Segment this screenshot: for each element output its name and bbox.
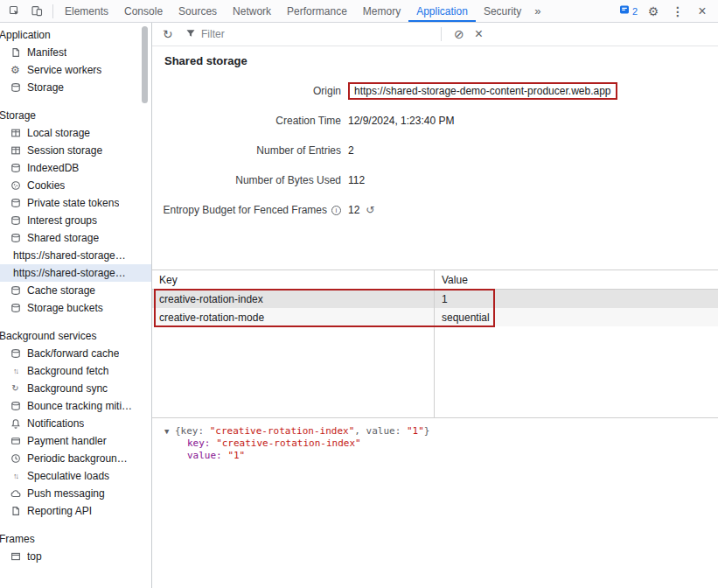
tab-network[interactable]: Network	[225, 0, 279, 22]
sidebar-item-push-messaging[interactable]: Push messaging	[0, 485, 151, 502]
object-preview-summary[interactable]: {key: "creative-rotation-index", value: …	[175, 425, 429, 437]
column-header-value[interactable]: Value	[435, 270, 718, 289]
sidebar-item-cache-storage[interactable]: Cache storage	[0, 282, 151, 299]
up-down-arrows-icon: ↑↓	[10, 366, 21, 377]
tab-memory[interactable]: Memory	[355, 0, 408, 22]
sidebar-item-background-fetch[interactable]: ↑↓ Background fetch	[0, 362, 151, 380]
cookie-icon	[10, 180, 21, 192]
section-header-background-services[interactable]: Background services	[0, 327, 151, 345]
refresh-icon[interactable]: ↻	[163, 27, 178, 41]
tab-console[interactable]: Console	[116, 0, 171, 22]
page-title: Shared storage	[164, 54, 718, 67]
section-background-services: Background services Back/forward cache ↑…	[0, 327, 151, 520]
section-header-storage[interactable]: Storage	[0, 107, 151, 124]
delete-all-icon[interactable]: ⊘	[454, 27, 464, 41]
sidebar-item-periodic-background-sync[interactable]: Periodic backgroun…	[0, 450, 151, 467]
settings-gear-icon[interactable]: ⚙	[645, 3, 662, 20]
database-icon	[10, 285, 21, 297]
inspect-element-icon[interactable]	[5, 3, 23, 20]
field-label: Creation Time	[152, 115, 341, 127]
table-row[interactable]: creative-rotation-index 1	[152, 290, 718, 308]
object-property-value: value: "1"	[164, 450, 718, 462]
sidebar-item-background-sync[interactable]: ↻ Background sync	[0, 380, 151, 397]
sidebar-item-reporting-api[interactable]: Reporting API	[0, 502, 151, 520]
sidebar-item-cookies[interactable]: Cookies	[0, 177, 151, 194]
row-value: sequential	[435, 308, 718, 326]
section-header-frames[interactable]: Frames	[0, 530, 151, 548]
sidebar-item-notifications[interactable]: Notifications	[0, 415, 151, 432]
info-icon[interactable]: i	[331, 206, 341, 215]
application-sidebar: Application Manifest ⚙ Service workers S…	[0, 23, 152, 588]
sidebar-item-payment-handler[interactable]: Payment handler	[0, 432, 151, 450]
section-frames: Frames top	[0, 530, 151, 565]
sidebar-item-indexeddb[interactable]: IndexedDB	[0, 159, 151, 177]
table-grid-icon	[10, 145, 21, 157]
console-messages-badge[interactable]: 2	[619, 4, 638, 18]
sidebar-item-shared-storage[interactable]: Shared storage	[0, 229, 151, 247]
close-panel-icon[interactable]: ×	[475, 26, 483, 42]
grid-empty-area	[152, 326, 718, 418]
row-key: creative-rotation-mode	[152, 308, 435, 326]
sync-arrows-icon: ↻	[10, 383, 21, 395]
sidebar-item-manifest[interactable]: Manifest	[0, 44, 151, 61]
messages-icon	[619, 4, 630, 18]
close-devtools-icon[interactable]: ×	[694, 3, 711, 20]
filter-input[interactable]	[201, 28, 411, 40]
row-value: 1	[435, 290, 718, 308]
sidebar-item-bounce-tracking-mitigations[interactable]: Bounce tracking miti…	[0, 397, 151, 415]
sidebar-item-storage[interactable]: Storage	[0, 79, 151, 96]
sidebar-item-back-forward-cache[interactable]: Back/forward cache	[0, 345, 151, 362]
section-storage: Storage Local storage Session storage In…	[0, 107, 151, 317]
sidebar-item-shared-storage-origin-1[interactable]: https://shared-storage…	[0, 247, 151, 264]
up-down-arrows-icon: ↑↓	[10, 471, 21, 482]
tab-application[interactable]: Application	[408, 0, 476, 22]
expand-triangle-icon[interactable]: ▼	[164, 425, 175, 438]
field-entropy-budget: Entropy Budget for Fenced Frames i 12 ↺	[152, 195, 718, 225]
sidebar-item-interest-groups[interactable]: Interest groups	[0, 212, 151, 229]
more-tabs-button[interactable]: »	[529, 0, 546, 22]
table-row[interactable]: creative-rotation-mode sequential	[152, 308, 718, 326]
tabbar-separator	[52, 4, 53, 18]
bell-icon	[10, 418, 21, 430]
kebab-menu-icon[interactable]: ⋮	[669, 3, 687, 20]
document-icon	[10, 47, 21, 59]
filter-funnel-icon	[185, 28, 196, 41]
sidebar-item-service-workers[interactable]: ⚙ Service workers	[0, 61, 151, 79]
bytes-used-value: 112	[348, 174, 365, 186]
annotation-box-origin: https://shared-storage-demo-content-prod…	[348, 82, 617, 100]
sidebar-item-private-state-tokens[interactable]: Private state tokens	[0, 194, 151, 212]
section-header-application[interactable]: Application	[0, 26, 151, 44]
sidebar-scrollbar-thumb[interactable]	[142, 26, 148, 103]
database-icon	[10, 303, 21, 314]
database-icon	[10, 82, 21, 94]
object-property-key: key: "creative-rotation-index"	[164, 438, 718, 450]
sidebar-item-session-storage[interactable]: Session storage	[0, 142, 151, 159]
tabbar-right-icons: 2 ⚙ ⋮ ×	[619, 0, 718, 22]
cloud-icon	[10, 488, 21, 500]
payment-card-icon	[10, 436, 21, 447]
panel-toolbar: ↻ ⊘ ×	[152, 23, 718, 46]
tab-elements[interactable]: Elements	[57, 0, 116, 22]
messages-count: 2	[632, 6, 638, 17]
sidebar-item-shared-storage-origin-2[interactable]: https://shared-storage…	[0, 264, 151, 282]
sidebar-item-local-storage[interactable]: Local storage	[0, 124, 151, 142]
tab-sources[interactable]: Sources	[171, 0, 225, 22]
toolbar-divider	[441, 27, 442, 41]
reset-budget-icon[interactable]: ↺	[366, 204, 374, 216]
sidebar-item-top-frame[interactable]: top	[0, 548, 151, 565]
panel-content: Shared storage Origin https://shared-sto…	[152, 46, 718, 588]
field-label: Number of Entries	[152, 144, 341, 157]
tabbar-left-icons	[0, 0, 49, 22]
field-bytes-used: Number of Bytes Used 112	[152, 165, 718, 195]
device-toolbar-icon[interactable]	[28, 3, 45, 20]
tab-security[interactable]: Security	[476, 0, 529, 22]
field-label: Number of Bytes Used	[152, 174, 341, 186]
creation-time-value: 12/9/2024, 1:23:40 PM	[348, 115, 454, 127]
sidebar-item-speculative-loads[interactable]: ↑↓ Speculative loads	[0, 467, 151, 485]
column-header-key[interactable]: Key	[152, 270, 435, 289]
tab-performance[interactable]: Performance	[279, 0, 355, 22]
entry-preview-pane: ▼{key: "creative-rotation-index", value:…	[152, 418, 718, 588]
field-label: Origin	[152, 85, 341, 97]
sidebar-item-storage-buckets[interactable]: Storage buckets	[0, 299, 151, 317]
filter-box	[185, 28, 439, 41]
